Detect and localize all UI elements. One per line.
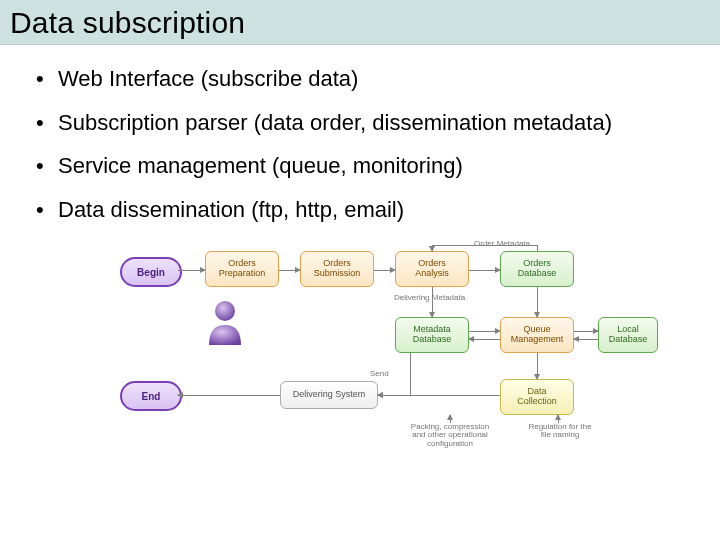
label: Queue Management xyxy=(507,325,567,345)
arrow xyxy=(450,415,451,423)
orders-database-box: Orders Database xyxy=(500,251,574,287)
note-packing: Packing, compression and other operation… xyxy=(410,423,490,448)
arrow-seg xyxy=(432,245,537,246)
svg-point-0 xyxy=(215,301,235,321)
arrow xyxy=(558,415,559,423)
bullet-item: Web Interface (subscribe data) xyxy=(30,65,690,93)
arrow xyxy=(432,245,433,251)
arrow xyxy=(574,331,598,332)
arrow xyxy=(178,395,280,396)
begin-node: Begin xyxy=(120,257,182,287)
label: Delivering System xyxy=(293,390,366,400)
local-database-box: Local Database xyxy=(598,317,658,353)
orders-preparation-box: Orders Preparation xyxy=(205,251,279,287)
label: Orders Analysis xyxy=(402,259,462,279)
arrow xyxy=(469,331,500,332)
arrow xyxy=(469,270,500,271)
arrow xyxy=(537,353,538,379)
arrow-seg xyxy=(537,245,538,251)
bullet-item: Service management (queue, monitoring) xyxy=(30,152,690,180)
cap-order-metadata: Order Metadata xyxy=(474,239,530,248)
label: Local Database xyxy=(605,325,651,345)
arrow-seg xyxy=(378,395,410,396)
end-label: End xyxy=(142,391,161,402)
arrow xyxy=(574,339,598,340)
delivering-system-box: Delivering System xyxy=(280,381,378,409)
data-collection-box: Data Collection xyxy=(500,379,574,415)
queue-management-box: Queue Management xyxy=(500,317,574,353)
label: Data Collection xyxy=(507,387,567,407)
arrow-seg xyxy=(410,353,411,395)
title-bar: Data subscription xyxy=(0,0,720,45)
page-title: Data subscription xyxy=(10,6,710,40)
user-icon xyxy=(205,299,245,345)
flow-diagram: Begin Orders Preparation Orders Submissi… xyxy=(80,239,640,469)
bullet-item: Data dissemination (ftp, http, email) xyxy=(30,196,690,224)
metadata-database-box: Metadata Database xyxy=(395,317,469,353)
cap-send: Send xyxy=(370,369,389,378)
bullet-item: Subscription parser (data order, dissemi… xyxy=(30,109,690,137)
label: Orders Database xyxy=(507,259,567,279)
arrow xyxy=(537,287,538,317)
arrow xyxy=(374,270,395,271)
begin-label: Begin xyxy=(137,267,165,278)
orders-submission-box: Orders Submission xyxy=(300,251,374,287)
bullet-list: Web Interface (subscribe data) Subscript… xyxy=(30,65,690,223)
label: Orders Submission xyxy=(307,259,367,279)
orders-analysis-box: Orders Analysis xyxy=(395,251,469,287)
arrow xyxy=(469,339,500,340)
note-regulation: Regulation for the file naming xyxy=(525,423,595,440)
end-node: End xyxy=(120,381,182,411)
arrow xyxy=(279,270,300,271)
arrow xyxy=(432,287,433,317)
cap-delivering-metadata: Delivering Metadata xyxy=(394,293,465,302)
label: Metadata Database xyxy=(402,325,462,345)
arrow xyxy=(178,270,205,271)
label: Orders Preparation xyxy=(212,259,272,279)
